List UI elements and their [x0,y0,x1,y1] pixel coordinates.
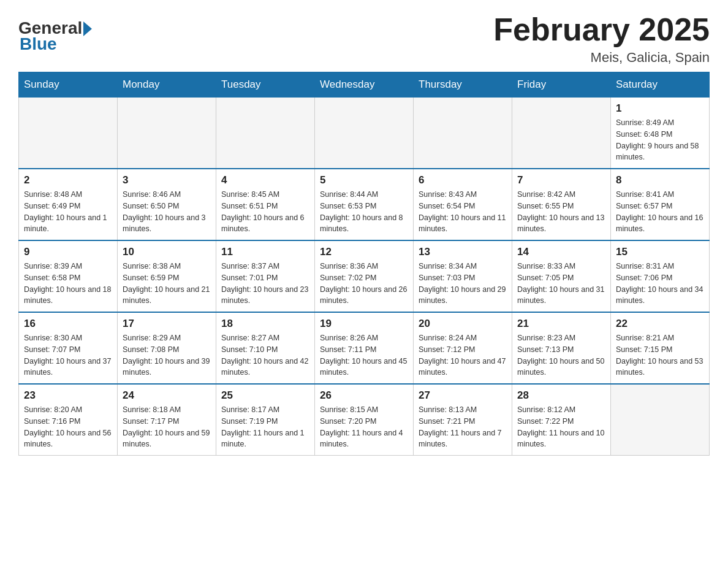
day-number: 7 [517,174,605,186]
title-section: February 2025 Meis, Galicia, Spain [493,12,710,66]
calendar-day-cell: 18Sunrise: 8:27 AMSunset: 7:10 PMDayligh… [216,312,315,384]
day-info: Sunrise: 8:37 AMSunset: 7:01 PMDaylight:… [221,261,309,307]
day-number: 25 [221,389,309,402]
calendar-day-cell: 6Sunrise: 8:43 AMSunset: 6:54 PMDaylight… [414,169,512,240]
day-info: Sunrise: 8:20 AMSunset: 7:16 PMDaylight:… [24,404,112,450]
column-header-thursday: Thursday [414,72,512,98]
calendar-day-cell: 3Sunrise: 8:46 AMSunset: 6:50 PMDaylight… [118,169,216,240]
logo-blue-text: Blue [20,34,92,54]
day-number: 3 [123,174,211,186]
day-number: 12 [320,246,408,258]
calendar-day-cell [611,384,710,456]
day-number: 15 [616,246,704,258]
column-header-sunday: Sunday [19,72,118,98]
calendar-week-row: 1Sunrise: 8:49 AMSunset: 6:48 PMDaylight… [19,98,710,169]
column-header-friday: Friday [512,72,611,98]
day-info: Sunrise: 8:21 AMSunset: 7:15 PMDaylight:… [616,332,704,378]
calendar-day-cell: 20Sunrise: 8:24 AMSunset: 7:12 PMDayligh… [414,312,512,384]
day-number: 19 [320,318,408,330]
day-info: Sunrise: 8:38 AMSunset: 6:59 PMDaylight:… [123,261,211,307]
calendar-day-cell: 7Sunrise: 8:42 AMSunset: 6:55 PMDaylight… [512,169,611,240]
day-info: Sunrise: 8:13 AMSunset: 7:21 PMDaylight:… [419,404,507,450]
calendar-title: February 2025 [493,12,710,47]
column-header-tuesday: Tuesday [216,72,315,98]
calendar-day-cell: 15Sunrise: 8:31 AMSunset: 7:06 PMDayligh… [611,240,710,312]
day-number: 26 [320,389,408,402]
day-number: 16 [24,318,112,330]
day-info: Sunrise: 8:15 AMSunset: 7:20 PMDaylight:… [320,404,408,450]
day-info: Sunrise: 8:48 AMSunset: 6:49 PMDaylight:… [24,189,112,235]
day-info: Sunrise: 8:24 AMSunset: 7:12 PMDaylight:… [419,332,507,378]
day-info: Sunrise: 8:43 AMSunset: 6:54 PMDaylight:… [419,189,507,235]
day-number: 4 [221,174,309,186]
calendar-day-cell: 14Sunrise: 8:33 AMSunset: 7:05 PMDayligh… [512,240,611,312]
calendar-day-cell: 27Sunrise: 8:13 AMSunset: 7:21 PMDayligh… [414,384,512,456]
calendar-day-cell [19,98,118,169]
day-number: 6 [419,174,507,186]
day-info: Sunrise: 8:42 AMSunset: 6:55 PMDaylight:… [517,189,605,235]
calendar-day-cell [315,98,414,169]
calendar-day-cell [414,98,512,169]
calendar-week-row: 2Sunrise: 8:48 AMSunset: 6:49 PMDaylight… [19,169,710,240]
day-info: Sunrise: 8:45 AMSunset: 6:51 PMDaylight:… [221,189,309,235]
logo-text: General Blue [18,18,92,54]
day-number: 17 [123,318,211,330]
calendar-week-row: 16Sunrise: 8:30 AMSunset: 7:07 PMDayligh… [19,312,710,384]
day-info: Sunrise: 8:44 AMSunset: 6:53 PMDaylight:… [320,189,408,235]
calendar-day-cell: 23Sunrise: 8:20 AMSunset: 7:16 PMDayligh… [19,384,118,456]
logo: General Blue [18,18,92,54]
calendar-day-cell: 28Sunrise: 8:12 AMSunset: 7:22 PMDayligh… [512,384,611,456]
day-info: Sunrise: 8:36 AMSunset: 7:02 PMDaylight:… [320,261,408,307]
calendar-day-cell [216,98,315,169]
calendar-day-cell [118,98,216,169]
calendar-day-cell: 16Sunrise: 8:30 AMSunset: 7:07 PMDayligh… [19,312,118,384]
day-info: Sunrise: 8:27 AMSunset: 7:10 PMDaylight:… [221,332,309,378]
calendar-header-row: SundayMondayTuesdayWednesdayThursdayFrid… [19,72,710,98]
day-number: 10 [123,246,211,258]
column-header-monday: Monday [118,72,216,98]
calendar-day-cell: 2Sunrise: 8:48 AMSunset: 6:49 PMDaylight… [19,169,118,240]
calendar-day-cell: 1Sunrise: 8:49 AMSunset: 6:48 PMDaylight… [611,98,710,169]
page-header: General Blue February 2025 Meis, Galicia… [18,12,710,66]
day-number: 9 [24,246,112,258]
day-info: Sunrise: 8:26 AMSunset: 7:11 PMDaylight:… [320,332,408,378]
calendar-day-cell: 9Sunrise: 8:39 AMSunset: 6:58 PMDaylight… [19,240,118,312]
calendar-day-cell: 8Sunrise: 8:41 AMSunset: 6:57 PMDaylight… [611,169,710,240]
day-number: 1 [616,102,704,115]
column-header-wednesday: Wednesday [315,72,414,98]
column-header-saturday: Saturday [611,72,710,98]
day-number: 18 [221,318,309,330]
calendar-day-cell: 19Sunrise: 8:26 AMSunset: 7:11 PMDayligh… [315,312,414,384]
day-info: Sunrise: 8:34 AMSunset: 7:03 PMDaylight:… [419,261,507,307]
day-number: 21 [517,318,605,330]
day-info: Sunrise: 8:29 AMSunset: 7:08 PMDaylight:… [123,332,211,378]
day-info: Sunrise: 8:12 AMSunset: 7:22 PMDaylight:… [517,404,605,450]
calendar-week-row: 23Sunrise: 8:20 AMSunset: 7:16 PMDayligh… [19,384,710,456]
calendar-day-cell: 10Sunrise: 8:38 AMSunset: 6:59 PMDayligh… [118,240,216,312]
day-number: 11 [221,246,309,258]
day-number: 22 [616,318,704,330]
calendar-day-cell: 4Sunrise: 8:45 AMSunset: 6:51 PMDaylight… [216,169,315,240]
calendar-day-cell: 5Sunrise: 8:44 AMSunset: 6:53 PMDaylight… [315,169,414,240]
day-info: Sunrise: 8:33 AMSunset: 7:05 PMDaylight:… [517,261,605,307]
day-info: Sunrise: 8:49 AMSunset: 6:48 PMDaylight:… [616,117,704,163]
day-number: 5 [320,174,408,186]
calendar-day-cell: 21Sunrise: 8:23 AMSunset: 7:13 PMDayligh… [512,312,611,384]
calendar-day-cell: 26Sunrise: 8:15 AMSunset: 7:20 PMDayligh… [315,384,414,456]
day-info: Sunrise: 8:39 AMSunset: 6:58 PMDaylight:… [24,261,112,307]
day-info: Sunrise: 8:41 AMSunset: 6:57 PMDaylight:… [616,189,704,235]
calendar-day-cell: 25Sunrise: 8:17 AMSunset: 7:19 PMDayligh… [216,384,315,456]
calendar-subtitle: Meis, Galicia, Spain [493,50,710,66]
day-info: Sunrise: 8:46 AMSunset: 6:50 PMDaylight:… [123,189,211,235]
calendar-week-row: 9Sunrise: 8:39 AMSunset: 6:58 PMDaylight… [19,240,710,312]
day-info: Sunrise: 8:18 AMSunset: 7:17 PMDaylight:… [123,404,211,450]
day-number: 20 [419,318,507,330]
day-number: 8 [616,174,704,186]
day-info: Sunrise: 8:30 AMSunset: 7:07 PMDaylight:… [24,332,112,378]
day-info: Sunrise: 8:23 AMSunset: 7:13 PMDaylight:… [517,332,605,378]
day-number: 27 [419,389,507,402]
day-info: Sunrise: 8:17 AMSunset: 7:19 PMDaylight:… [221,404,309,450]
calendar-day-cell: 12Sunrise: 8:36 AMSunset: 7:02 PMDayligh… [315,240,414,312]
day-number: 14 [517,246,605,258]
calendar-day-cell: 11Sunrise: 8:37 AMSunset: 7:01 PMDayligh… [216,240,315,312]
